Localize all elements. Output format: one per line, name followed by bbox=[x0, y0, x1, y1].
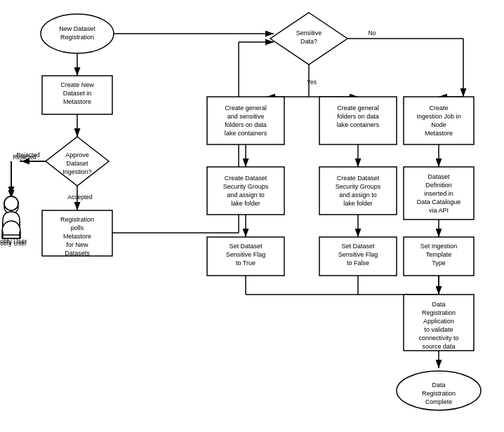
svg-text:Registration: Registration bbox=[422, 390, 456, 397]
svg-text:Create general: Create general bbox=[225, 104, 267, 112]
svg-text:Create: Create bbox=[429, 104, 448, 112]
create-general-sensitive-node bbox=[207, 97, 284, 144]
svg-text:Dataset: Dataset bbox=[427, 173, 450, 180]
svg-text:and assign to: and assign to bbox=[227, 191, 265, 198]
create-general-node bbox=[319, 97, 397, 144]
notify-user-label: Notify User bbox=[0, 238, 27, 245]
svg-text:polls: polls bbox=[71, 224, 84, 231]
svg-text:lake folder: lake folder bbox=[231, 200, 260, 207]
create-ingestion-job-node bbox=[404, 97, 474, 144]
svg-text:Registration: Registration bbox=[422, 309, 456, 316]
svg-text:to True: to True bbox=[236, 259, 256, 266]
svg-text:lake containers: lake containers bbox=[337, 121, 380, 128]
svg-text:source data: source data bbox=[422, 343, 455, 350]
svg-text:connectivity to: connectivity to bbox=[418, 335, 458, 342]
rejected-label: Rejected bbox=[13, 154, 37, 161]
svg-text:Create Dataset: Create Dataset bbox=[225, 175, 267, 182]
svg-text:Create New: Create New bbox=[60, 81, 94, 88]
svg-text:Complete: Complete bbox=[425, 398, 453, 405]
svg-text:Metastore: Metastore bbox=[425, 130, 453, 137]
svg-text:Security Groups: Security Groups bbox=[336, 183, 381, 190]
svg-text:Metastore: Metastore bbox=[63, 98, 91, 105]
svg-text:New Dataset: New Dataset bbox=[59, 25, 95, 32]
svg-text:and assign to: and assign to bbox=[339, 191, 377, 198]
svg-text:Ingestion Job in: Ingestion Job in bbox=[416, 113, 460, 120]
svg-text:Metastore: Metastore bbox=[63, 233, 91, 240]
svg-text:Type: Type bbox=[432, 259, 446, 266]
svg-text:Accepted: Accepted bbox=[67, 194, 93, 201]
svg-text:to validate: to validate bbox=[424, 326, 453, 333]
svg-point-93 bbox=[4, 196, 18, 210]
svg-text:Set Dataset: Set Dataset bbox=[229, 243, 263, 250]
svg-text:folders on data: folders on data bbox=[225, 121, 267, 128]
create-security-general-node bbox=[319, 167, 397, 215]
svg-text:Data: Data bbox=[432, 301, 445, 308]
svg-text:Node: Node bbox=[431, 121, 446, 128]
svg-text:Create Dataset: Create Dataset bbox=[337, 175, 380, 182]
svg-text:Registration: Registration bbox=[60, 216, 94, 223]
svg-text:Data Catalogue: Data Catalogue bbox=[417, 198, 461, 205]
svg-text:lake containers: lake containers bbox=[225, 130, 267, 137]
svg-text:Data?: Data? bbox=[300, 38, 317, 45]
svg-text:Sensitive Flag: Sensitive Flag bbox=[226, 251, 266, 258]
svg-text:Definition: Definition bbox=[425, 182, 452, 189]
svg-text:lake folder: lake folder bbox=[343, 200, 373, 207]
svg-text:Datasets: Datasets bbox=[65, 250, 90, 257]
svg-text:Template: Template bbox=[426, 251, 452, 258]
svg-text:via API: via API bbox=[429, 207, 449, 214]
svg-text:Set Dataset: Set Dataset bbox=[341, 243, 375, 250]
svg-text:Dataset in: Dataset in bbox=[63, 90, 92, 97]
svg-text:and sensitive: and sensitive bbox=[227, 113, 265, 120]
svg-text:Dataset: Dataset bbox=[66, 160, 88, 167]
svg-text:Yes: Yes bbox=[307, 79, 317, 86]
svg-text:Create general: Create general bbox=[337, 104, 379, 112]
svg-text:to False: to False bbox=[347, 259, 369, 266]
svg-text:Application: Application bbox=[423, 318, 454, 325]
svg-text:Sensitive: Sensitive bbox=[296, 29, 322, 36]
svg-text:No: No bbox=[369, 29, 376, 36]
svg-text:Sensitive Flag: Sensitive Flag bbox=[338, 251, 378, 258]
svg-text:folders on data: folders on data bbox=[337, 113, 379, 120]
svg-text:Approve: Approve bbox=[65, 151, 89, 158]
create-security-sensitive-node bbox=[207, 167, 284, 215]
svg-text:for New: for New bbox=[66, 241, 88, 248]
svg-text:Data: Data bbox=[432, 382, 445, 389]
svg-text:Security Groups: Security Groups bbox=[223, 183, 269, 190]
svg-text:Registration: Registration bbox=[60, 34, 94, 41]
svg-text:inserted in: inserted in bbox=[424, 190, 453, 197]
svg-text:Ingestion?: Ingestion? bbox=[62, 168, 92, 175]
svg-text:Set Ingestion: Set Ingestion bbox=[420, 243, 458, 250]
